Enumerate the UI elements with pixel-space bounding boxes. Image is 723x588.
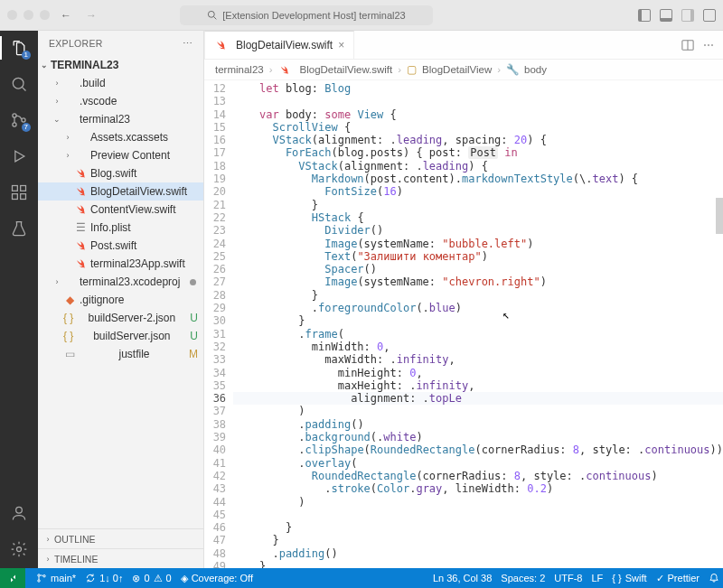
tab-label: BlogDetailView.swift — [236, 39, 333, 51]
encoding[interactable]: UTF-8 — [554, 573, 582, 583]
workspace-root[interactable]: ⌄ TERMINAL23 — [38, 56, 203, 74]
svg-point-4 — [13, 114, 16, 117]
file-tree-item[interactable]: ›.vscode — [38, 92, 203, 110]
nav-arrows: ← → — [61, 9, 97, 22]
status-bar: main* 1↓ 0↑ ⊗0 ⚠0 ◈ Coverage: Off Ln 36,… — [0, 568, 723, 588]
scroll-thumb[interactable] — [716, 198, 723, 234]
file-tree-item[interactable]: ›Preview Content — [38, 146, 203, 164]
sync-counts: 1↓ 0↑ — [99, 573, 123, 583]
layout-icon-1[interactable] — [638, 9, 651, 22]
layout-icon-3[interactable] — [681, 9, 694, 22]
svg-line-1 — [214, 17, 217, 20]
chevron-right-icon: › — [43, 535, 52, 544]
explorer-icon[interactable]: 1 — [9, 38, 29, 58]
breadcrumb-item[interactable]: body — [524, 64, 547, 75]
split-editor-icon[interactable] — [681, 39, 694, 51]
cursor-position[interactable]: Ln 36, Col 38 — [433, 573, 492, 583]
zoom-traffic-light[interactable] — [40, 10, 50, 20]
file-tree-item[interactable]: ◆.gitignore — [38, 291, 203, 309]
file-tree-item[interactable]: ⌄terminal23 — [38, 110, 203, 128]
indentation[interactable]: Spaces: 2 — [501, 573, 545, 583]
file-tree-item[interactable]: ContentView.swift — [38, 201, 203, 219]
chevron-right-icon: › — [398, 64, 401, 75]
file-tree-item[interactable]: Post.swift — [38, 237, 203, 255]
svg-rect-10 — [21, 186, 26, 191]
notifications-icon[interactable] — [709, 573, 719, 583]
svg-point-2 — [13, 78, 23, 89]
explorer-title: EXPLORER — [49, 38, 103, 49]
file-tree-item[interactable]: ›Assets.xcassets — [38, 128, 203, 146]
command-center[interactable]: [Extension Development Host] terminal23 — [180, 5, 433, 25]
remote-indicator[interactable] — [0, 568, 25, 588]
account-icon[interactable] — [9, 503, 29, 523]
file-tree-item[interactable]: ›.build — [38, 74, 203, 92]
eol[interactable]: LF — [591, 573, 603, 583]
traffic-lights — [7, 10, 50, 20]
explorer-badge: 1 — [22, 51, 31, 60]
settings-gear-icon[interactable] — [9, 539, 29, 559]
line-gutter: 1213141516171819202122232425262728293031… — [204, 80, 233, 568]
tab-blogdetailview[interactable]: BlogDetailView.swift × — [204, 31, 354, 59]
language-mode[interactable]: { } Swift — [612, 573, 646, 583]
struct-icon: ▢ — [407, 63, 417, 76]
svg-point-12 — [17, 547, 22, 552]
file-tree-item[interactable]: ☰Info.plist — [38, 219, 203, 237]
source-control-icon[interactable]: 7 — [9, 110, 29, 130]
explorer-header: EXPLORER ⋯ — [38, 31, 203, 56]
file-tree-item[interactable]: terminal23App.swift — [38, 255, 203, 273]
coverage-status[interactable]: ◈ Coverage: Off — [181, 573, 253, 584]
code-editor[interactable]: 1213141516171819202122232425262728293031… — [204, 80, 723, 568]
breadcrumb-item[interactable]: terminal23 — [215, 64, 264, 75]
back-arrow[interactable]: ← — [61, 9, 71, 22]
code-content[interactable]: let blog: Blog var body: some View { Scr… — [233, 80, 723, 568]
problems-status[interactable]: ⊗0 ⚠0 — [132, 573, 171, 584]
extensions-icon[interactable] — [9, 182, 29, 202]
layout-icon-4[interactable] — [703, 9, 716, 22]
file-tree-item[interactable]: BlogDetailView.swift — [38, 182, 203, 201]
svg-line-3 — [22, 87, 25, 90]
property-icon: 🔧 — [506, 63, 519, 76]
search-icon — [207, 10, 217, 20]
svg-point-16 — [38, 580, 40, 582]
run-debug-icon[interactable] — [9, 146, 29, 166]
file-tree-item[interactable]: ›terminal23.xcodeproj — [38, 273, 203, 291]
svg-point-15 — [38, 574, 40, 576]
branch-name: main* — [51, 573, 76, 583]
git-branch[interactable]: main* — [36, 573, 76, 583]
breadcrumb-item[interactable]: BlogDetailView.swift — [300, 64, 393, 75]
breadcrumbs[interactable]: terminal23 › BlogDetailView.swift › ▢ Bl… — [204, 60, 723, 80]
explorer-sidebar: EXPLORER ⋯ ⌄ TERMINAL23 ›.build›.vscode⌄… — [38, 31, 204, 568]
chevron-right-icon: › — [497, 64, 501, 75]
outline-label: OUTLINE — [54, 534, 96, 545]
swift-icon — [278, 65, 291, 75]
file-tree-item[interactable]: ▭justfileM — [38, 345, 203, 363]
minimize-traffic-light[interactable] — [23, 10, 33, 20]
sync-status[interactable]: 1↓ 0↑ — [85, 573, 123, 583]
svg-point-6 — [22, 118, 25, 122]
breadcrumb-item[interactable]: BlogDetailView — [422, 64, 492, 75]
file-tree[interactable]: ›.build›.vscode⌄terminal23›Assets.xcasse… — [38, 74, 203, 528]
chevron-right-icon: › — [43, 555, 52, 564]
check-icon: ✓ — [656, 573, 664, 584]
file-tree-item[interactable]: { } buildServer.jsonU — [38, 327, 203, 345]
close-traffic-light[interactable] — [7, 10, 17, 20]
file-tree-item[interactable]: { } buildServer-2.jsonU — [38, 309, 203, 327]
prettier-status[interactable]: ✓ Prettier — [656, 573, 700, 584]
close-icon[interactable]: × — [338, 39, 344, 51]
svg-rect-8 — [13, 194, 18, 200]
svg-point-11 — [16, 507, 23, 513]
forward-arrow[interactable]: → — [86, 9, 97, 22]
layout-icon-2[interactable] — [660, 9, 672, 22]
activity-bar: 1 7 — [0, 31, 38, 568]
file-tree-item[interactable]: Blog.swift — [38, 164, 203, 182]
timeline-section[interactable]: › TIMELINE — [38, 548, 203, 568]
search-activity-icon[interactable] — [9, 74, 29, 94]
warning-icon: ⚠ — [154, 573, 163, 584]
svg-rect-7 — [13, 186, 18, 191]
workspace-name: TERMINAL23 — [51, 59, 118, 71]
outline-section[interactable]: › OUTLINE — [38, 528, 203, 548]
command-center-title: [Extension Development Host] terminal23 — [222, 10, 405, 21]
testing-icon[interactable] — [9, 219, 29, 238]
explorer-more-icon[interactable]: ⋯ — [183, 38, 192, 49]
editor-more-icon[interactable]: ⋯ — [703, 39, 714, 51]
